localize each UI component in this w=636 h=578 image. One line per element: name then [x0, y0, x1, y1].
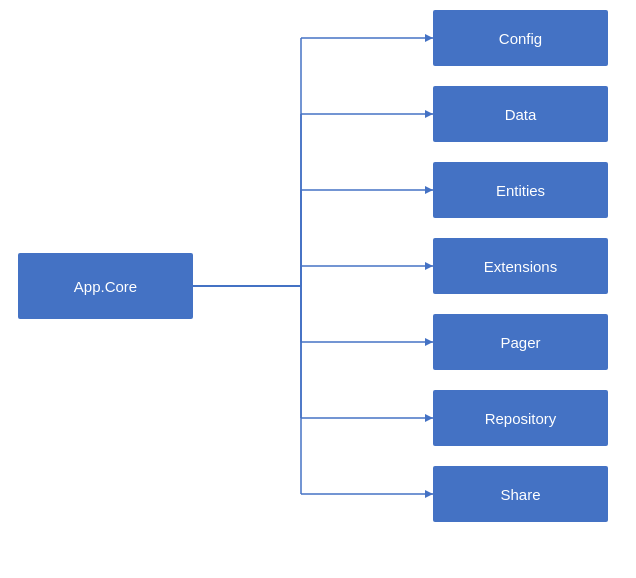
child-node-data: Data — [433, 86, 608, 142]
root-node: App.Core — [18, 253, 193, 319]
svg-marker-23 — [425, 414, 433, 422]
svg-marker-7 — [425, 110, 433, 118]
child-node-repository: Repository — [433, 390, 608, 446]
svg-marker-19 — [425, 338, 433, 346]
svg-marker-27 — [425, 490, 433, 498]
svg-marker-15 — [425, 262, 433, 270]
child-node-pager: Pager — [433, 314, 608, 370]
child-node-share: Share — [433, 466, 608, 522]
diagram-container: App.CoreConfigDataEntitiesExtensionsPage… — [0, 0, 636, 578]
child-node-entities: Entities — [433, 162, 608, 218]
svg-marker-11 — [425, 186, 433, 194]
child-node-config: Config — [433, 10, 608, 66]
child-node-extensions: Extensions — [433, 238, 608, 294]
svg-marker-3 — [425, 34, 433, 42]
